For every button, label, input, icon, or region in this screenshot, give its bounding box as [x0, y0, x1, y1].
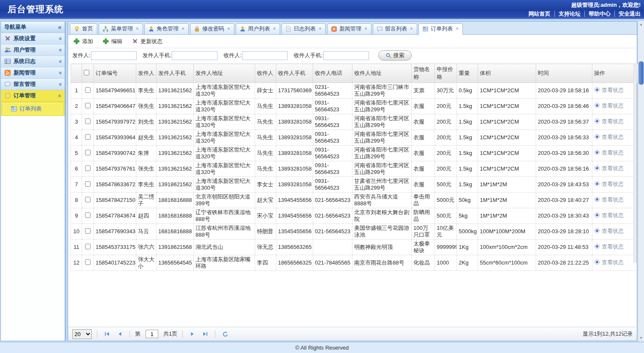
- tab-user-list[interactable]: 用户列表 ×: [236, 23, 280, 34]
- select-all-checkbox[interactable]: [84, 70, 89, 75]
- next-page-button[interactable]: [188, 329, 197, 339]
- cell-goods-name: 衣服: [412, 177, 435, 193]
- row-checkbox[interactable]: [85, 259, 91, 265]
- last-page-button[interactable]: [201, 329, 210, 339]
- row-number: 7: [71, 177, 82, 193]
- view-status-link[interactable]: 查看状态: [602, 196, 624, 203]
- tab-news-management[interactable]: 新闻管理 ×: [327, 23, 372, 34]
- link-site-home[interactable]: 网站首页: [525, 11, 555, 17]
- row-checkbox[interactable]: [85, 134, 91, 140]
- cell-receiver-address: 河南省洛阳市七里河区五山路299号: [352, 161, 412, 177]
- close-icon[interactable]: ×: [182, 26, 184, 32]
- row-checkbox[interactable]: [85, 212, 91, 218]
- view-status-link[interactable]: 查看状态: [602, 134, 624, 140]
- last-page-icon: [202, 331, 208, 337]
- link-support-forum[interactable]: 支持论坛: [555, 11, 585, 17]
- edit-button[interactable]: 编辑: [102, 38, 122, 45]
- view-status-link[interactable]: 查看状态: [602, 149, 624, 156]
- sidebar-item-system-log[interactable]: 系统日志 «: [1, 56, 65, 67]
- search-button[interactable]: 搜索: [378, 50, 412, 61]
- row-checkbox[interactable]: [85, 150, 91, 155]
- view-status-link[interactable]: 查看状态: [602, 118, 624, 124]
- page-number-input[interactable]: [146, 330, 158, 338]
- view-status-link[interactable]: 查看状态: [602, 87, 624, 93]
- tab-log-list[interactable]: 日志列表 ×: [281, 23, 326, 34]
- tab-role-management[interactable]: 角色管理 ×: [144, 23, 189, 34]
- page-size-select[interactable]: 20: [72, 329, 92, 339]
- close-icon[interactable]: ×: [227, 26, 230, 32]
- receiver-phone-input[interactable]: [323, 51, 369, 60]
- sidebar-subitem-order-list[interactable]: 订单列表: [3, 103, 62, 114]
- view-status-link[interactable]: 查看状态: [602, 181, 624, 187]
- scroll-down-icon[interactable]: ▼: [638, 335, 644, 341]
- add-button[interactable]: 添加: [73, 38, 93, 45]
- row-checkbox[interactable]: [85, 165, 91, 171]
- view-status-link[interactable]: 查看状态: [602, 259, 624, 265]
- sidebar-item-order-management[interactable]: 订单管理 «: [1, 90, 65, 102]
- cell-volume: 1M*1M*2M: [478, 193, 536, 208]
- view-status-link[interactable]: 查看状态: [602, 212, 624, 218]
- close-icon[interactable]: ×: [136, 26, 139, 32]
- tab-home[interactable]: 首页: [70, 23, 97, 34]
- row-checkbox[interactable]: [85, 87, 91, 93]
- scroll-up-icon[interactable]: ▲: [638, 21, 644, 28]
- cell-volume: 55cm*60cm*100cm: [478, 255, 536, 271]
- close-icon[interactable]: ×: [456, 26, 459, 32]
- cell-volume: 1CM*1CM*2CM: [478, 83, 536, 99]
- row-checkbox-cell: [82, 146, 94, 161]
- view-status-link[interactable]: 查看状态: [602, 228, 624, 234]
- lightbulb-icon: [74, 26, 80, 32]
- tab-menu-management[interactable]: 菜单管理 ×: [99, 23, 143, 34]
- sidebar-item-system-settings[interactable]: 系统设置 «: [1, 33, 65, 44]
- sender-phone-input[interactable]: [172, 51, 217, 60]
- sidebar-item-user-management[interactable]: 用户管理 «: [1, 44, 65, 56]
- table-row: 21585479406647张先生13913621562上海市浦东新区世纪大道3…: [71, 99, 638, 114]
- cell-receiver-tel: 0231-56564523: [313, 83, 352, 99]
- sitemap-icon: [102, 26, 109, 32]
- sidebar-item-message-management[interactable]: 留言管理 «: [1, 79, 65, 90]
- next-page-icon: [190, 331, 195, 337]
- row-checkbox[interactable]: [85, 228, 91, 234]
- view-status-link[interactable]: 查看状态: [602, 102, 624, 109]
- tab-message-list[interactable]: 留言列表 ×: [373, 23, 417, 34]
- sidebar-collapse-icon[interactable]: «: [58, 22, 61, 33]
- column-header-receiver-tel: 收件人电话: [313, 64, 352, 83]
- scrollbar-thumb[interactable]: [638, 61, 644, 85]
- link-help-center[interactable]: 帮助中心: [585, 11, 615, 17]
- link-logout[interactable]: 安全退出: [615, 11, 641, 17]
- cell-receiver-tel: 021-56564523: [313, 208, 352, 224]
- row-number: 5: [71, 146, 82, 161]
- window-scrollbar[interactable]: ▲ ▼: [638, 21, 644, 341]
- table-scrollbar[interactable]: [633, 63, 637, 262]
- cell-sender-address: 上海市浦东新区世纪大道320号: [194, 83, 255, 99]
- close-icon[interactable]: ×: [319, 26, 322, 32]
- cell-receiver-phone: 13893281058: [276, 130, 313, 146]
- eye-icon: [594, 118, 600, 126]
- receiver-input[interactable]: [242, 51, 288, 60]
- row-checkbox[interactable]: [85, 197, 91, 202]
- refresh-button[interactable]: [220, 329, 230, 339]
- prev-page-button[interactable]: [115, 329, 124, 339]
- row-number: 8: [71, 193, 82, 208]
- view-status-link[interactable]: 查看状态: [602, 165, 624, 171]
- table-header-row: 订单编号发件人发件人手机发件人地址收件人收件人手机收件人电话收件人地址货物名称申…: [71, 64, 638, 83]
- cell-receiver-tel: 0931-56564523: [313, 177, 352, 193]
- row-checkbox[interactable]: [85, 119, 91, 124]
- sidebar-item-news-management[interactable]: 新闻管理 «: [1, 67, 65, 79]
- update-status-button[interactable]: 更新状态: [132, 38, 162, 45]
- close-icon[interactable]: ×: [410, 26, 413, 32]
- close-icon[interactable]: ×: [273, 26, 276, 32]
- close-icon[interactable]: ×: [364, 26, 367, 32]
- row-checkbox[interactable]: [85, 181, 91, 187]
- row-number: 10: [71, 224, 82, 240]
- tab-order-list[interactable]: 订单列表 ×: [418, 23, 463, 35]
- row-checkbox[interactable]: [85, 244, 91, 249]
- cell-receiver-tel: 0931-56564523: [313, 130, 352, 146]
- first-page-button[interactable]: [102, 329, 112, 339]
- view-status-link[interactable]: 查看状态: [602, 243, 624, 250]
- sender-input[interactable]: [91, 51, 137, 60]
- row-checkbox[interactable]: [85, 103, 91, 108]
- search-button-label: 搜索: [394, 52, 405, 59]
- tab-change-password[interactable]: 修改密码 ×: [190, 23, 234, 34]
- cell-receiver: 李四: [255, 255, 276, 271]
